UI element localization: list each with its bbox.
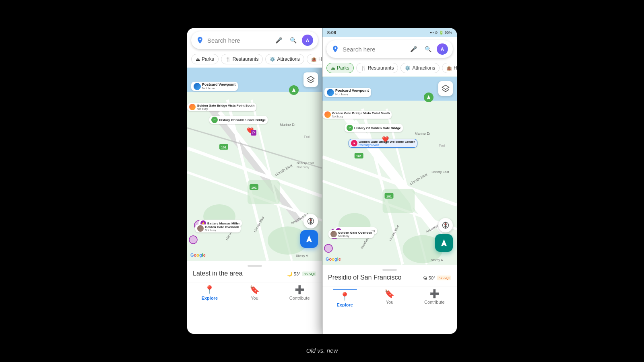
- new-weather: 🌤 50° 57 AQI: [423, 276, 451, 280]
- restaurants-icon: 🍴: [225, 57, 231, 62]
- new-pin-overlook[interactable]: Golden Gate Overlook Not busy: [328, 230, 374, 238]
- new-nav-explore[interactable]: 📍 Explore: [322, 289, 367, 307]
- new-chip-parks[interactable]: ⛰ Parks: [326, 63, 354, 73]
- old-pin-vista-label: Golden Gate Bridge Vista Point South: [197, 104, 254, 107]
- new-contribute-label: Contribute: [424, 300, 445, 304]
- old-nav-arrow: [289, 85, 299, 95]
- svg-marker-47: [445, 225, 447, 228]
- old-chip-restaurants[interactable]: 🍴 Restaurants: [221, 54, 263, 64]
- old-nav-you[interactable]: 🔖 You: [232, 285, 277, 300]
- old-map[interactable]: 101 101 Lincoln Blvd Merchant Rd Lincoln…: [187, 68, 322, 261]
- new-nav-contribute[interactable]: ➕ Contribute: [412, 289, 457, 307]
- new-chip-hotels-label: Hotels: [454, 65, 457, 71]
- old-nav-contribute[interactable]: ➕ Contribute: [277, 285, 322, 300]
- old-chip-hotels-label: Hotels: [318, 56, 322, 62]
- old-pin-vista-status: Not busy: [197, 107, 254, 110]
- old-navigate-button[interactable]: [300, 230, 318, 248]
- svg-text:Storey A: Storey A: [431, 258, 443, 262]
- old-nav-explore[interactable]: 📍 Explore: [187, 285, 232, 300]
- old-pin-postcard-status: Not busy: [202, 86, 235, 90]
- new-search-icons: 🎤 🔍 A: [408, 43, 448, 55]
- svg-marker-46: [445, 222, 447, 226]
- wifi-icon: ⊙: [435, 31, 438, 35]
- old-chip-hotels[interactable]: 🏨 Hotels: [307, 54, 322, 64]
- new-contribute-icon: ➕: [429, 289, 440, 298]
- old-contribute-icon: ➕: [295, 285, 305, 294]
- new-chip-attractions[interactable]: ⚙️ Attractions: [400, 63, 440, 73]
- new-lens-icon[interactable]: 🔍: [422, 43, 433, 55]
- old-pin-overlook-status: Not busy: [205, 229, 239, 232]
- old-phone: Search here 🎤 🔍 A ⛰ Parks 🍴 Restaurants …: [187, 28, 322, 334]
- old-compass-button[interactable]: [303, 214, 318, 228]
- old-mic-icon[interactable]: 🎤: [273, 35, 284, 46]
- new-search-text: Search here: [343, 46, 405, 53]
- old-you-icon: 🔖: [250, 285, 260, 294]
- old-explore-icon: 📍: [204, 285, 215, 294]
- main-container: Search here 🎤 🔍 A ⛰ Parks 🍴 Restaurants …: [0, 0, 644, 362]
- new-pin-vista-status: Not busy: [332, 115, 390, 118]
- new-bottom-nav: 📍 Explore 🔖 You ➕ Contribute: [322, 286, 457, 311]
- new-pin-welcome-status: Recently viewed: [359, 144, 415, 146]
- svg-rect-4: [248, 180, 280, 204]
- new-explore-icon: 📍: [340, 292, 350, 301]
- old-chip-parks[interactable]: ⛰ Parks: [191, 54, 219, 64]
- new-pin-history[interactable]: P History Of Golden Gate Bridge: [345, 124, 403, 132]
- svg-marker-23: [310, 218, 312, 222]
- new-search-input-row[interactable]: Search here 🎤 🔍 A: [326, 40, 453, 58]
- signal-icon: ▪▪▪: [430, 31, 434, 35]
- old-pin-overlook-label: Golden Gate Overlook: [205, 225, 239, 229]
- new-pin-vista-south[interactable]: Golden Gate Bridge Vista Point South Not…: [322, 111, 392, 119]
- new-pin-postcard[interactable]: Postcard Viewpoint Not busy: [324, 88, 371, 97]
- hotels-icon: 🏨: [311, 57, 317, 62]
- old-chip-parks-label: Parks: [202, 56, 214, 62]
- svg-point-15: [189, 236, 197, 244]
- new-chip-hotels[interactable]: 🏨 Hotels: [442, 63, 457, 73]
- old-pin-postcard[interactable]: Postcard Viewpoint Not busy: [191, 82, 238, 91]
- old-lens-icon[interactable]: 🔍: [287, 35, 299, 46]
- svg-point-39: [324, 244, 332, 252]
- svg-text:101: 101: [221, 146, 227, 149]
- old-you-label: You: [251, 296, 258, 300]
- svg-text:Fort: Fort: [439, 144, 445, 148]
- new-avatar[interactable]: A: [437, 43, 448, 55]
- explore-active-indicator: [333, 289, 357, 290]
- old-search-input-row[interactable]: Search here 🎤 🔍 A: [191, 31, 318, 49]
- old-weather: 🌙 53° 35 AQI: [287, 272, 316, 277]
- new-search-bar: Search here 🎤 🔍 A: [322, 37, 457, 61]
- new-chip-parks-label: Parks: [337, 65, 349, 71]
- svg-marker-44: [442, 85, 449, 90]
- new-heart-marker: ❤️: [382, 136, 389, 142]
- new-layer-button[interactable]: [438, 81, 453, 96]
- new-filter-chips: ⛰ Parks 🍴 Restaurants ⚙️ Attractions 🏨 H…: [322, 61, 457, 76]
- new-chip-attractions-label: Attractions: [412, 65, 435, 71]
- new-explore-label: Explore: [336, 302, 353, 307]
- new-compass-button[interactable]: [438, 218, 453, 232]
- old-chip-attractions[interactable]: ⚙️ Attractions: [265, 54, 304, 64]
- new-bottom-sheet: Presidio of San Francisco 🌤 50° 57 AQI: [322, 265, 457, 286]
- svg-text:Fort: Fort: [304, 135, 311, 139]
- old-pin-history[interactable]: P History Of Golden Gate Bridge: [209, 116, 268, 124]
- new-status-bar: 8:08 ▪▪▪ ⊙ 🔋 90%: [322, 28, 457, 37]
- new-mic-icon[interactable]: 🎤: [408, 43, 419, 55]
- svg-text:Not busy: Not busy: [297, 165, 310, 169]
- new-map-bg: 101 101 Lincoln Blvd Merchant Rd Lincoln…: [322, 76, 457, 265]
- new-nav-arrow: [424, 93, 433, 102]
- new-you-icon: 🔖: [384, 289, 394, 298]
- old-pin-vista-south[interactable]: Golden Gate Bridge Vista Point South Not…: [187, 103, 256, 111]
- old-chip-attractions-label: Attractions: [277, 56, 300, 62]
- new-hotels-icon: 🏨: [446, 66, 452, 71]
- old-filter-chips: ⛰ Parks 🍴 Restaurants ⚙️ Attractions 🏨 H…: [187, 52, 322, 68]
- old-pin-postcard-label: Postcard Viewpoint: [202, 82, 235, 86]
- old-search-icons: 🎤 🔍 A: [273, 35, 313, 46]
- new-nav-you[interactable]: 🔖 You: [367, 289, 412, 307]
- old-search-text: Search here: [207, 37, 270, 44]
- old-layer-button[interactable]: [303, 72, 318, 87]
- svg-text:101: 101: [251, 186, 257, 189]
- new-chip-restaurants[interactable]: 🍴 Restaurants: [356, 63, 398, 73]
- new-map[interactable]: 101 101 Lincoln Blvd Merchant Rd Lincoln…: [322, 76, 457, 265]
- status-time: 8:08: [327, 30, 336, 35]
- old-avatar[interactable]: A: [302, 35, 313, 46]
- old-pin-overlook[interactable]: Golden Gate Overlook Not busy: [195, 224, 241, 232]
- old-contribute-label: Contribute: [289, 296, 310, 300]
- new-navigate-button[interactable]: [435, 234, 453, 252]
